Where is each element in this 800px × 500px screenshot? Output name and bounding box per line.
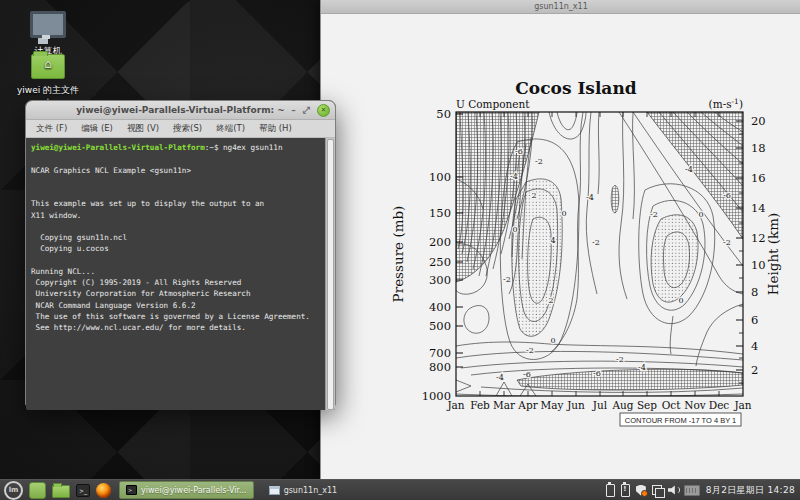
svg-text:4: 4 bbox=[751, 339, 758, 353]
close-button[interactable]: ✕ bbox=[317, 104, 330, 117]
show-desktop-icon[interactable] bbox=[29, 482, 46, 499]
firefox-icon[interactable] bbox=[96, 483, 111, 498]
battery-icon[interactable] bbox=[606, 484, 615, 497]
svg-text:-4: -4 bbox=[638, 363, 646, 372]
pressure-axis-title: Pressure (mb) bbox=[390, 206, 406, 303]
file-manager-icon[interactable] bbox=[52, 485, 70, 498]
svg-text:2: 2 bbox=[531, 191, 536, 200]
svg-text:6: 6 bbox=[751, 313, 758, 327]
contour-plot: Cocos Island U Component (m-s-1) Pressur… bbox=[321, 14, 800, 480]
task-label: gsun11n_x11 bbox=[284, 486, 338, 495]
computer-icon bbox=[30, 11, 66, 38]
x11-plot-window: gsun11n_x11 Cocos Island U Component (m-… bbox=[320, 0, 800, 480]
terminal-line: The use of this software is governed by … bbox=[31, 311, 321, 322]
svg-text:8: 8 bbox=[751, 285, 758, 299]
maximize-button[interactable]: ⤢ bbox=[303, 105, 310, 115]
battery-warning-icon[interactable] bbox=[621, 484, 630, 497]
minimize-button[interactable]: – bbox=[291, 105, 296, 115]
svg-text:18: 18 bbox=[751, 141, 766, 155]
svg-text:-2: -2 bbox=[650, 210, 658, 219]
terminal-line: See http://www.ncl.ucar.edu/ for more de… bbox=[31, 322, 321, 333]
svg-text:-4: -4 bbox=[586, 193, 594, 202]
svg-text:0: 0 bbox=[698, 210, 703, 219]
svg-text:100: 100 bbox=[429, 170, 451, 184]
terminal-line bbox=[31, 176, 321, 187]
taskbar: lm >_ > yiwei@yiwei-Parallels-Vir... gsu… bbox=[0, 479, 800, 500]
svg-text:400: 400 bbox=[429, 300, 451, 314]
svg-text:Aug: Aug bbox=[611, 399, 633, 411]
window-task-icon bbox=[269, 486, 280, 495]
svg-text:500: 500 bbox=[429, 319, 451, 333]
home-folder-icon bbox=[31, 54, 65, 79]
svg-text:700: 700 bbox=[429, 346, 451, 360]
svg-text:150: 150 bbox=[429, 206, 451, 220]
terminal-output[interactable]: yiwei@yiwei-Parallels-Virtual-Platform:~… bbox=[26, 138, 335, 410]
desktop: 计算机 yiwei 的主文件夹 gsun11n_x11 Cocos Island… bbox=[0, 0, 800, 500]
menu-file[interactable]: 文件 (F) bbox=[36, 123, 67, 135]
menu-search[interactable]: 搜索(S) bbox=[173, 123, 202, 135]
terminal-line bbox=[31, 255, 321, 266]
mint-menu-icon[interactable]: lm bbox=[4, 481, 23, 500]
svg-text:10: 10 bbox=[751, 258, 766, 272]
svg-text:-4: -4 bbox=[510, 172, 518, 181]
terminal-launcher-icon[interactable]: >_ bbox=[76, 484, 90, 497]
terminal-line: University Corporation for Atmospheric R… bbox=[31, 288, 321, 299]
svg-text:Dec: Dec bbox=[709, 399, 730, 411]
prompt-line: yiwei@yiwei-Parallels-Virtual-Platform:~… bbox=[31, 142, 321, 153]
terminal-line: Running NCL... bbox=[31, 266, 321, 277]
svg-text:0: 0 bbox=[550, 336, 555, 345]
svg-text:-6: -6 bbox=[523, 370, 531, 379]
svg-text:Jun: Jun bbox=[566, 399, 585, 411]
svg-text:Nov: Nov bbox=[684, 399, 706, 411]
svg-text:Jul: Jul bbox=[592, 399, 608, 411]
svg-text:-6: -6 bbox=[593, 369, 601, 378]
chart-left-header: U Component bbox=[456, 98, 530, 110]
svg-text:16: 16 bbox=[751, 171, 766, 185]
menu-edit[interactable]: 编辑 (E) bbox=[81, 123, 113, 135]
svg-text:0: 0 bbox=[512, 225, 517, 234]
svg-text:Mar: Mar bbox=[493, 399, 516, 411]
height-axis-labels: 20 18 16 14 12 10 8 6 4 2 bbox=[751, 114, 766, 377]
terminal-task-icon: > bbox=[126, 485, 137, 495]
terminal-line bbox=[31, 187, 321, 198]
svg-text:-2: -2 bbox=[535, 157, 543, 166]
svg-text:-2: -2 bbox=[592, 238, 600, 247]
svg-text:Sep: Sep bbox=[637, 399, 657, 411]
terminal-title: yiwei@yiwei-Parallels-Virtual-Platform: … bbox=[76, 105, 285, 115]
desktop-icon-computer[interactable]: 计算机 bbox=[14, 11, 82, 58]
svg-text:Apr: Apr bbox=[517, 399, 538, 411]
svg-text:0: 0 bbox=[678, 296, 683, 305]
system-tray: 8月2日星期日 14:28 bbox=[606, 484, 800, 497]
chart-units: (m-s-1) bbox=[709, 97, 743, 110]
task-button-gsun11n[interactable]: gsun11n_x11 bbox=[262, 481, 345, 499]
terminal-line: This example was set up to display the o… bbox=[31, 198, 321, 209]
update-manager-icon[interactable] bbox=[636, 485, 646, 496]
svg-text:-4: -4 bbox=[685, 165, 693, 174]
terminal-line: Copyright (C) 1995-2019 - All Rights Res… bbox=[31, 277, 321, 288]
workspace-icon[interactable] bbox=[652, 485, 662, 495]
svg-text:2: 2 bbox=[751, 363, 758, 377]
keyboard-layout-icon[interactable] bbox=[684, 485, 700, 496]
x11-window-titlebar[interactable]: gsun11n_x11 bbox=[321, 0, 800, 14]
task-button-terminal[interactable]: > yiwei@yiwei-Parallels-Vir... bbox=[119, 481, 254, 499]
menu-view[interactable]: 视图 (V) bbox=[127, 123, 159, 135]
menu-help[interactable]: 帮助 (H) bbox=[259, 123, 292, 135]
svg-text:May: May bbox=[541, 399, 564, 411]
menu-terminal[interactable]: 终端(T) bbox=[216, 123, 245, 135]
terminal-window: yiwei@yiwei-Parallels-Virtual-Platform: … bbox=[25, 100, 336, 406]
terminal-line: NCAR Command Language Version 6.6.2 bbox=[31, 300, 321, 311]
clock[interactable]: 8月2日星期日 14:28 bbox=[706, 484, 795, 497]
svg-text:-6: -6 bbox=[515, 147, 523, 156]
terminal-scrollbar[interactable] bbox=[325, 138, 335, 410]
scrollbar-thumb[interactable] bbox=[327, 139, 334, 410]
svg-text:0: 0 bbox=[561, 209, 566, 218]
svg-text:50: 50 bbox=[436, 107, 451, 121]
svg-text:Feb: Feb bbox=[470, 399, 490, 411]
terminal-line: X11 window. bbox=[31, 210, 321, 221]
volume-icon[interactable] bbox=[668, 485, 678, 495]
update-badge bbox=[641, 490, 648, 497]
terminal-titlebar[interactable]: yiwei@yiwei-Parallels-Virtual-Platform: … bbox=[26, 101, 335, 120]
svg-text:200: 200 bbox=[429, 235, 451, 249]
terminal-line: NCAR Graphics NCL Example <gsun11n> bbox=[31, 165, 321, 176]
svg-text:2: 2 bbox=[548, 296, 553, 305]
